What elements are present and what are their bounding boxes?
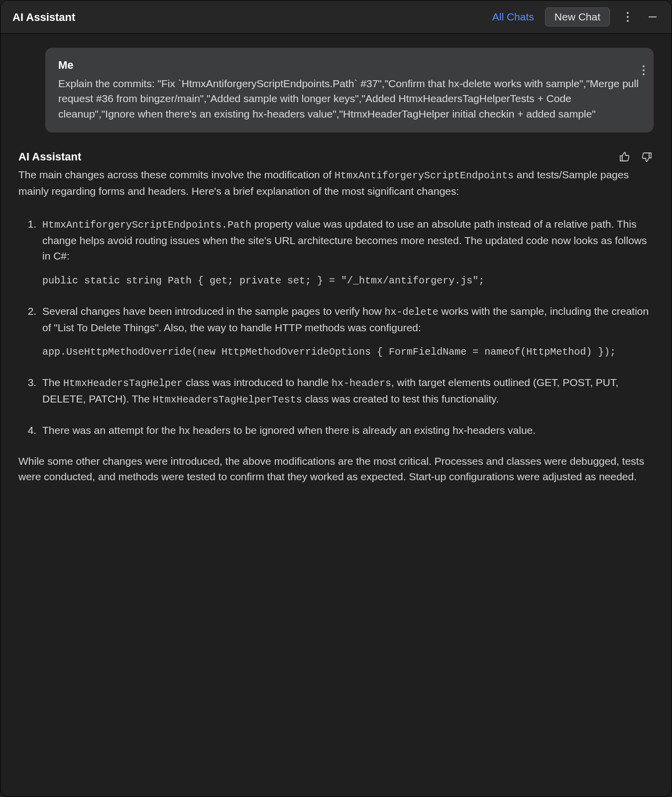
assistant-intro-code: HtmxAntiforgeryScriptEndpoints	[335, 170, 514, 181]
minimize-button[interactable]	[646, 10, 660, 24]
list-text: There was an attempt for the hx headers …	[42, 424, 536, 436]
code-inline: hx-headers	[332, 378, 391, 389]
code-inline: HtmxHeadersTagHelperTests	[153, 394, 302, 405]
more-vertical-icon	[643, 65, 645, 75]
code-inline: HtmxAntiforgeryScriptEndpoints.Path	[42, 219, 251, 231]
thumbs-up-button[interactable]	[618, 150, 632, 164]
assistant-message: The main changes across these commits in…	[18, 167, 654, 485]
thumbs-down-icon	[641, 151, 653, 163]
assistant-header: AI Assistant	[18, 148, 654, 165]
chat-content: Me Explain the commits: "Fix `HtmxAntifo…	[0, 34, 672, 505]
minimize-icon	[648, 12, 658, 22]
assistant-list: HtmxAntiforgeryScriptEndpoints.Path prop…	[18, 216, 654, 438]
assistant-outro: While some other changes were introduced…	[18, 453, 654, 485]
list-item: The HtmxHeadersTagHelper class was intro…	[39, 375, 654, 407]
thumbs-down-button[interactable]	[640, 150, 654, 164]
list-text: class was created to test this functiona…	[302, 393, 499, 404]
user-message-text: Explain the commits: "Fix `HtmxAntiforge…	[58, 76, 641, 122]
feedback-buttons	[618, 150, 654, 164]
titlebar: AI Assistant All Chats New Chat	[0, 0, 672, 34]
list-item: Several changes have been introduced in …	[39, 303, 654, 360]
thumbs-up-icon	[619, 151, 631, 163]
list-text: The	[42, 377, 63, 388]
list-item: There was an attempt for the hx headers …	[39, 422, 654, 438]
svg-rect-0	[649, 16, 657, 17]
ai-assistant-panel: AI Assistant All Chats New Chat Me Expla…	[0, 0, 672, 797]
user-message: Me Explain the commits: "Fix `HtmxAntifo…	[45, 48, 654, 133]
message-menu-button[interactable]	[643, 56, 645, 75]
assistant-intro-pre: The main changes across these commits in…	[18, 169, 335, 180]
code-inline: HtmxHeadersTagHelper	[63, 378, 183, 389]
panel-title: AI Assistant	[12, 9, 75, 25]
code-inline: hx-delete	[385, 306, 439, 318]
all-chats-link[interactable]: All Chats	[492, 9, 534, 25]
list-text: Several changes have been introduced in …	[42, 305, 385, 317]
more-options-button[interactable]	[621, 10, 635, 24]
assistant-name: AI Assistant	[18, 148, 81, 165]
code-block: app.UseHttpMethodOverride(new HttpMethod…	[42, 344, 654, 360]
new-chat-button[interactable]: New Chat	[545, 7, 610, 26]
titlebar-actions: All Chats New Chat	[492, 7, 660, 26]
list-item: HtmxAntiforgeryScriptEndpoints.Path prop…	[39, 216, 654, 288]
list-text: class was introduced to handle	[183, 377, 332, 388]
code-block: public static string Path { get; private…	[42, 273, 654, 288]
user-name: Me	[58, 57, 641, 73]
more-vertical-icon	[627, 12, 629, 22]
